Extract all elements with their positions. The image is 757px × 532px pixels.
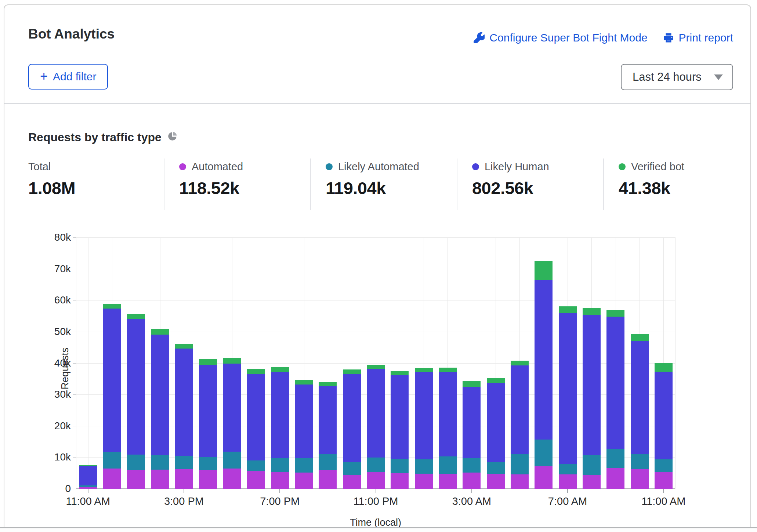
bar-2-00-pm[interactable]: [151, 329, 169, 489]
bar-segment-likely-human[interactable]: [223, 364, 241, 452]
bar-segment-verified-bot[interactable]: [439, 368, 457, 372]
bar-segment-verified-bot[interactable]: [463, 381, 481, 386]
bar-2-00-am[interactable]: [439, 368, 457, 489]
bar-segment-likely-human[interactable]: [247, 374, 265, 460]
bar-11-00-am[interactable]: [79, 465, 97, 489]
bar-segment-likely-automated[interactable]: [487, 462, 505, 474]
bar-segment-automated[interactable]: [535, 466, 553, 489]
bar-7-00-pm[interactable]: [271, 367, 289, 489]
bar-10-00-am[interactable]: [631, 334, 649, 489]
bar-segment-likely-human[interactable]: [535, 280, 553, 440]
bar-segment-likely-human[interactable]: [583, 315, 601, 455]
bar-segment-automated[interactable]: [631, 469, 649, 489]
bar-segment-likely-human[interactable]: [127, 319, 145, 454]
bar-segment-likely-automated[interactable]: [127, 455, 145, 470]
bar-segment-verified-bot[interactable]: [559, 306, 577, 313]
bar-segment-automated[interactable]: [223, 469, 241, 489]
bar-segment-verified-bot[interactable]: [103, 304, 121, 309]
bar-segment-likely-human[interactable]: [103, 309, 121, 452]
bar-segment-likely-human[interactable]: [559, 313, 577, 464]
bar-11-00-am[interactable]: [655, 363, 673, 489]
bar-segment-automated[interactable]: [391, 473, 409, 489]
bar-segment-automated[interactable]: [511, 474, 529, 489]
bar-segment-likely-automated[interactable]: [271, 458, 289, 472]
bar-segment-likely-automated[interactable]: [319, 454, 337, 470]
stat-automated[interactable]: Automated118.52k: [164, 158, 310, 210]
bar-segment-likely-automated[interactable]: [606, 449, 624, 468]
bar-12-00-am[interactable]: [391, 371, 409, 489]
bar-segment-automated[interactable]: [175, 469, 193, 489]
bar-9-00-pm[interactable]: [319, 382, 337, 489]
bar-segment-likely-human[interactable]: [487, 383, 505, 462]
bar-12-00-pm[interactable]: [103, 304, 121, 489]
bar-segment-likely-automated[interactable]: [655, 459, 673, 472]
bar-segment-likely-automated[interactable]: [631, 454, 649, 469]
bar-segment-verified-bot[interactable]: [583, 308, 601, 315]
bar-3-00-am[interactable]: [463, 381, 481, 489]
bar-segment-automated[interactable]: [127, 470, 145, 489]
bar-segment-automated[interactable]: [439, 474, 457, 489]
bar-4-00-am[interactable]: [487, 378, 505, 489]
bar-segment-likely-human[interactable]: [343, 374, 361, 462]
bar-segment-likely-human[interactable]: [391, 375, 409, 459]
configure-super-bot-fight-mode-link[interactable]: Configure Super Bot Fight Mode: [474, 32, 647, 44]
bar-segment-automated[interactable]: [463, 473, 481, 489]
bar-segment-likely-automated[interactable]: [559, 464, 577, 474]
bar-segment-likely-human[interactable]: [631, 341, 649, 454]
bar-segment-likely-automated[interactable]: [511, 454, 529, 474]
bar-segment-likely-human[interactable]: [79, 466, 97, 485]
bar-segment-verified-bot[interactable]: [151, 329, 169, 334]
bar-segment-verified-bot[interactable]: [199, 359, 217, 365]
bar-segment-likely-automated[interactable]: [151, 455, 169, 469]
add-filter-button[interactable]: + Add filter: [28, 64, 108, 90]
bar-7-00-am[interactable]: [559, 306, 577, 489]
bar-segment-verified-bot[interactable]: [247, 369, 265, 374]
bar-segment-verified-bot[interactable]: [271, 367, 289, 372]
bar-11-00-pm[interactable]: [367, 365, 385, 489]
time-range-select[interactable]: Last 24 hours: [621, 64, 733, 90]
bar-segment-automated[interactable]: [559, 474, 577, 489]
bar-segment-likely-human[interactable]: [606, 317, 624, 449]
bar-segment-automated[interactable]: [247, 471, 265, 489]
bar-segment-automated[interactable]: [295, 473, 313, 489]
bar-segment-automated[interactable]: [199, 470, 217, 489]
bar-segment-likely-human[interactable]: [511, 365, 529, 454]
bar-segment-automated[interactable]: [271, 472, 289, 489]
bar-1-00-am[interactable]: [415, 368, 433, 489]
bar-segment-likely-human[interactable]: [271, 372, 289, 458]
bar-segment-likely-automated[interactable]: [463, 458, 481, 473]
bar-segment-likely-automated[interactable]: [223, 452, 241, 469]
bar-10-00-pm[interactable]: [343, 369, 361, 489]
bar-4-00-pm[interactable]: [199, 359, 217, 489]
bar-segment-likely-human[interactable]: [439, 372, 457, 456]
bar-segment-automated[interactable]: [487, 474, 505, 489]
bar-segment-likely-human[interactable]: [319, 386, 337, 454]
bar-8-00-am[interactable]: [583, 308, 601, 489]
bar-segment-verified-bot[interactable]: [391, 371, 409, 375]
bar-segment-likely-automated[interactable]: [583, 455, 601, 475]
bar-1-00-pm[interactable]: [127, 314, 145, 489]
bar-segment-likely-automated[interactable]: [103, 452, 121, 469]
bar-9-00-am[interactable]: [606, 310, 624, 489]
bar-segment-automated[interactable]: [319, 470, 337, 489]
bar-segment-verified-bot[interactable]: [511, 361, 529, 365]
bar-segment-verified-bot[interactable]: [487, 378, 505, 383]
bar-segment-likely-human[interactable]: [367, 369, 385, 458]
bar-segment-automated[interactable]: [343, 475, 361, 489]
bar-segment-likely-human[interactable]: [199, 365, 217, 457]
print-report-link[interactable]: Print report: [663, 32, 733, 44]
bar-segment-likely-human[interactable]: [175, 349, 193, 456]
bar-segment-likely-automated[interactable]: [175, 456, 193, 469]
bar-segment-verified-bot[interactable]: [319, 382, 337, 386]
bar-segment-likely-automated[interactable]: [343, 462, 361, 475]
bar-5-00-pm[interactable]: [223, 358, 241, 489]
bar-segment-automated[interactable]: [655, 472, 673, 489]
bar-segment-automated[interactable]: [151, 470, 169, 489]
bar-6-00-am[interactable]: [535, 261, 553, 489]
bar-segment-automated[interactable]: [606, 468, 624, 489]
bar-segment-verified-bot[interactable]: [295, 380, 313, 385]
stat-verified-bot[interactable]: Verified bot41.38k: [603, 158, 745, 210]
bar-segment-verified-bot[interactable]: [535, 261, 553, 280]
bar-6-00-pm[interactable]: [247, 369, 265, 489]
stat-total[interactable]: Total1.08M: [28, 158, 164, 210]
